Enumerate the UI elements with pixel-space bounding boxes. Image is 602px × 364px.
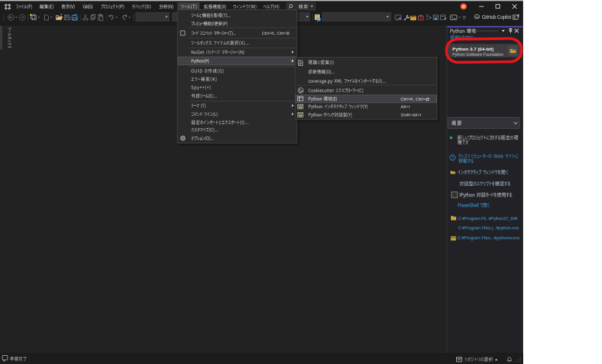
- svg-text:Alt+I: Alt+I: [401, 104, 410, 109]
- svg-text:Python Software Foundation: Python Software Foundation: [453, 52, 504, 57]
- svg-text:C:¥Program Fil...¥Python37_64¥: C:¥Program Fil...¥Python37_64¥: [458, 216, 518, 221]
- svg-text:C:¥Program Files...¥pythonw.ex: C:¥Program Files...¥pythonw.exe: [457, 235, 520, 241]
- svg-text:Ctrl+K, Ctrl+B: Ctrl+K, Ctrl+B: [262, 31, 289, 36]
- svg-text:GitHub Copilot: GitHub Copilot: [482, 15, 512, 20]
- svg-text:Python 3.7 (64-bit): Python 3.7 (64-bit): [453, 46, 494, 52]
- svg-text:?: ?: [452, 155, 454, 159]
- svg-text:Shift+Alt+I: Shift+Alt+I: [401, 112, 422, 118]
- svg-text:Ctrl+K, Ctrl+@: Ctrl+K, Ctrl+@: [401, 96, 430, 102]
- svg-text:C:¥Program Files (...¥python.e: C:¥Program Files (...¥python.exe: [458, 225, 519, 231]
